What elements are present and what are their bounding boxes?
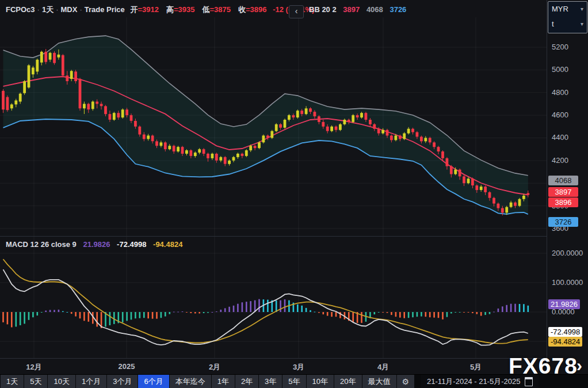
currency-select[interactable]: MYR ▾ <box>548 2 587 17</box>
axis-price-badge: 3726 <box>548 217 578 227</box>
range-button-6个月[interactable]: 6个月 <box>138 375 169 388</box>
currency-unit-box: MYR ▾ t ▾ <box>548 1 587 33</box>
range-button-20年[interactable]: 20年 <box>334 375 361 388</box>
ohlc-field-label: 收 <box>238 5 246 14</box>
bb-indicator-legend: BB 20 2 3897 4068 3726 <box>309 5 411 15</box>
macd-tick-label: 100.0000 <box>552 278 583 287</box>
range-button-3个月[interactable]: 3个月 <box>107 375 138 388</box>
price-tick-label: 4200 <box>552 156 568 165</box>
ohlc-field-label: 高 <box>166 5 174 14</box>
unit-select[interactable]: t ▾ <box>548 17 587 32</box>
range-button-10年[interactable]: 10年 <box>307 375 334 388</box>
ohlc-field-label: 低 <box>203 5 210 14</box>
bb-title: BB 20 2 <box>309 5 337 14</box>
ohlc-field-value: =3935 <box>174 5 195 14</box>
bb-upper-value: 4068 <box>366 5 383 14</box>
ohlc-values: 开=3912高=3935低=3875收=3896 <box>127 5 270 14</box>
axis-price-badge: 21.9826 <box>548 299 580 309</box>
price-pane-legend: FCPOc3·1天·MDX·Trade Price 开=3912高=3935低=… <box>6 5 318 15</box>
axis-price-badge: -72.4998 <box>548 327 582 337</box>
range-button-最大值[interactable]: 最大值 <box>362 375 396 388</box>
interval-label: 1天 <box>42 5 54 14</box>
macd-tick-label: 200.0000 <box>552 249 583 257</box>
range-button-1天[interactable]: 1天 <box>1 375 24 388</box>
time-axis[interactable]: 12月20252月3月4月5月 <box>0 358 547 375</box>
price-tick-label: 4800 <box>552 88 568 97</box>
legend-collapse-button[interactable]: ‹ <box>289 5 304 18</box>
gear-icon[interactable]: ⚙ <box>397 375 415 388</box>
ohlc-field-value: =3896 <box>246 5 267 14</box>
price-tick-label: 4600 <box>552 111 568 119</box>
trading-chart-app: FCPOc3·1天·MDX·Trade Price 开=3912高=3935低=… <box>0 0 588 388</box>
bb-mid-value: 3897 <box>343 5 360 14</box>
range-button-1个月[interactable]: 1个月 <box>76 375 106 388</box>
price-type-label: Trade Price <box>85 5 125 14</box>
price-axis[interactable]: 5200500048004600440042003800360040683897… <box>547 0 588 374</box>
chart-canvas[interactable] <box>0 0 588 388</box>
ohlc-field-value: =3875 <box>210 5 231 14</box>
axis-price-badge: 3897 <box>548 187 578 197</box>
time-axis-label[interactable]: 3月 <box>293 362 304 372</box>
axis-price-badge: 3896 <box>548 197 578 207</box>
range-button-本年迄今[interactable]: 本年迄今 <box>170 375 211 388</box>
range-button-5年[interactable]: 5年 <box>282 375 306 388</box>
macd-title: MACD 12 26 close 9 <box>6 240 77 249</box>
time-axis-label[interactable]: 2025 <box>119 362 135 371</box>
macd-hist-value: 21.9826 <box>83 240 110 249</box>
time-axis-label[interactable]: 5月 <box>470 362 482 372</box>
date-range-picker[interactable]: 21-11月-2024 - 21-5月-2025 <box>421 375 539 388</box>
time-axis-label[interactable]: 12月 <box>26 362 41 372</box>
macd-signal-value: -94.4824 <box>153 240 182 249</box>
bb-lower-value: 3726 <box>390 5 406 14</box>
range-button-5天[interactable]: 5天 <box>24 375 47 388</box>
price-tick-label: 5200 <box>552 43 568 51</box>
range-button-1年[interactable]: 1年 <box>212 375 235 388</box>
price-tick-label: 4400 <box>552 133 568 142</box>
price-tick-label: 5000 <box>552 65 568 74</box>
fx678-logo-arrow: › <box>576 356 583 375</box>
range-toolbar: 1天5天10天1个月3个月6个月本年迄今1年2年3年5年10年20年最大值⚙21… <box>0 374 588 388</box>
chevron-down-icon: ▾ <box>581 17 583 32</box>
ohlc-field-value: =3912 <box>138 5 159 14</box>
axis-price-badge: -94.4824 <box>548 337 582 347</box>
range-button-10天[interactable]: 10天 <box>48 375 75 388</box>
pane-divider[interactable] <box>0 236 547 237</box>
range-button-3年[interactable]: 3年 <box>259 375 282 388</box>
exchange-label: MDX <box>61 5 78 14</box>
range-button-2年[interactable]: 2年 <box>235 375 258 388</box>
calendar-icon[interactable] <box>525 377 533 386</box>
date-range-text: 21-11月-2024 - 21-5月-2025 <box>427 376 520 387</box>
chevron-down-icon: ▾ <box>581 2 583 17</box>
axis-price-badge: 4068 <box>548 176 578 185</box>
ohlc-field-label: 开 <box>130 5 138 14</box>
macd-indicator-legend: MACD 12 26 close 9 21.9826 -72.4998 -94.… <box>6 240 187 249</box>
time-axis-label[interactable]: 2月 <box>209 362 220 372</box>
time-axis-label[interactable]: 4月 <box>377 362 389 372</box>
macd-line-value: -72.4998 <box>117 240 146 249</box>
symbol-label: FCPOc3 <box>6 5 35 14</box>
